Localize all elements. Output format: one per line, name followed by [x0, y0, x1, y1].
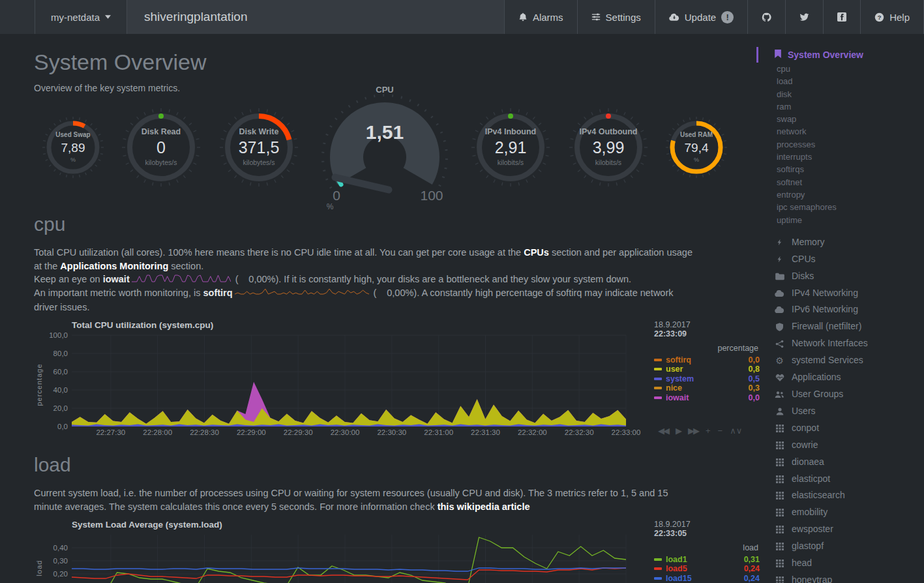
gauge-canvas-ipv4-outbound[interactable]: IPv4 Outbound3,99kilobits/s	[565, 104, 652, 191]
sidebar-item-label: User Groups	[792, 386, 843, 403]
legend-item-load5[interactable]: load50,24	[654, 564, 760, 574]
sidebar-item-label: head	[792, 555, 812, 572]
wikipedia-article-link[interactable]: this wikipedia article	[438, 501, 530, 512]
sidebar-item-network-interfaces[interactable]: Network Interfaces	[756, 335, 924, 352]
gauge-ipv4-outbound[interactable]: IPv4 Outbound3,99kilobits/s	[565, 104, 652, 191]
grid-icon	[774, 560, 785, 567]
sidebar-subitem-processes[interactable]: processes	[756, 138, 924, 151]
my-netdata-menu[interactable]: my-netdata	[35, 0, 127, 34]
sidebar-item-applications[interactable]: Applications	[756, 369, 924, 386]
svg-text:kilobits/s: kilobits/s	[595, 158, 621, 166]
gauge-canvas-disk-read[interactable]: Disk Read0kilobytes/s	[117, 104, 205, 191]
play-button[interactable]: ▶	[676, 426, 681, 436]
sidebar-subitem-ipc-semaphores[interactable]: ipc semaphores	[756, 201, 924, 213]
load-chart-canvas[interactable]: 22:27:3022:28:0022:28:3022:29:0022:29:30…	[44, 531, 648, 583]
sidebar-item-cowrie[interactable]: cowrie	[756, 437, 924, 454]
legend-item-nice[interactable]: nice0,3	[654, 383, 760, 393]
legend-item-user[interactable]: user0,8	[654, 365, 760, 374]
nav-button-github[interactable]	[747, 0, 785, 34]
legend-date: 18.9.2017	[654, 320, 760, 329]
sidebar-item-honeytrap[interactable]: honeytrap	[756, 572, 924, 583]
legend-item-softirq[interactable]: softirq0,0	[654, 355, 760, 365]
sidebar-subitem-ram[interactable]: ram	[756, 100, 924, 113]
sidebar-subitem-uptime[interactable]: uptime	[756, 214, 924, 226]
sidebar-item-users[interactable]: Users	[756, 403, 924, 420]
twitter-icon	[799, 12, 809, 22]
hostname-title[interactable]: shiveringplantation	[127, 0, 264, 34]
gauge-canvas-used-ram[interactable]: Used RAM79,4%	[663, 113, 730, 181]
sidebar-item-firewall-netfilter-[interactable]: Firewall (netfilter)	[756, 318, 924, 335]
sidebar-item-head[interactable]: head	[756, 555, 924, 572]
sidebar-subitem-swap[interactable]: swap	[756, 113, 924, 125]
legend-item-load1[interactable]: load10,31	[654, 554, 760, 564]
sidebar-item-dionaea[interactable]: dionaea	[756, 454, 924, 471]
cpu-gauge-canvas[interactable]: 1,510100%	[313, 92, 456, 211]
svg-text:Disk Write: Disk Write	[239, 127, 279, 136]
sidebar-item-ipv4-networking[interactable]: IPv4 Networking	[756, 285, 924, 302]
sidebar-item-emobility[interactable]: emobility	[756, 504, 924, 521]
sidebar-item-user-groups[interactable]: User Groups	[756, 386, 924, 403]
sidebar-subitem-softirqs[interactable]: softirqs	[756, 163, 924, 175]
cpu-chart-canvas[interactable]: 22:27:3022:28:0022:28:3022:29:0022:29:30…	[44, 331, 648, 438]
gauge-disk-read[interactable]: Disk Read0kilobytes/s	[117, 104, 205, 191]
skip-back-button[interactable]: ◀◀	[658, 426, 668, 436]
sidebar-subitem-disk[interactable]: disk	[756, 88, 924, 100]
legend-item-iowait[interactable]: iowait0,0	[654, 393, 760, 402]
grid-icon	[774, 492, 785, 500]
legend-item-system[interactable]: system0,5	[654, 374, 760, 383]
sidebar-item-systemd-services[interactable]: ⚙systemd Services	[756, 352, 924, 369]
sidebar-item-system-overview[interactable]: System Overview	[756, 47, 924, 63]
sidebar-item-glastopf[interactable]: glastopf	[756, 538, 924, 555]
legend-units: percentage	[654, 344, 758, 353]
legend-name: nice	[666, 383, 749, 393]
gauge-ipv4-inbound[interactable]: IPv4 Inbound2,91kilobits/s	[467, 104, 554, 191]
sidebar-item-elasticpot[interactable]: elasticpot	[756, 471, 924, 488]
sidebar-item-disks[interactable]: Disks	[756, 268, 924, 285]
sidebar-subitem-load[interactable]: load	[756, 75, 924, 87]
text-fragment: Total CPU utilization (all cores). 100% …	[34, 247, 524, 258]
bell-icon	[518, 12, 528, 22]
sidebar-item-cpus[interactable]: CPUs	[756, 251, 924, 268]
nav-button-settings[interactable]: Settings	[577, 0, 655, 34]
sidebar-item-ipv6-networking[interactable]: IPv6 Networking	[756, 301, 924, 318]
load-section-description: Current system load, i.e. the number of …	[34, 486, 756, 513]
svg-text:0,0: 0,0	[57, 423, 68, 430]
bookmark-icon	[774, 50, 782, 60]
sidebar-subitem-softnet[interactable]: softnet	[756, 176, 924, 188]
inline-value: 0,00	[239, 273, 267, 286]
gauge-canvas-used-swap[interactable]: Used Swap7,89%	[39, 113, 107, 181]
nav-button-alarms[interactable]: Alarms	[504, 0, 577, 34]
gauge-used-swap[interactable]: Used Swap7,89%	[39, 113, 107, 181]
sidebar-subitem-cpu[interactable]: cpu	[756, 63, 924, 75]
sidebar-active-label: System Overview	[788, 50, 863, 60]
gauge-canvas-ipv4-inbound[interactable]: IPv4 Inbound2,91kilobits/s	[467, 104, 554, 191]
svg-text:7,89: 7,89	[61, 141, 85, 155]
heartbeat-icon	[774, 374, 785, 381]
sidebar-item-elasticsearch[interactable]: elasticsearch	[756, 487, 924, 504]
nav-button-facebook[interactable]	[823, 0, 860, 34]
gauge-disk-write[interactable]: Disk Write371,5kilobytes/s	[215, 104, 303, 191]
sidebar-item-ewsposter[interactable]: ewsposter	[756, 521, 924, 538]
gauge-cpu[interactable]: CPU1,510100%	[313, 85, 456, 211]
nav-button-help[interactable]: ?Help	[860, 0, 924, 34]
legend-swatch	[654, 577, 662, 580]
sidebar-subitem-interrupts[interactable]: interrupts	[756, 151, 924, 163]
cpus-link[interactable]: CPUs	[524, 247, 549, 258]
gauge-used-ram[interactable]: Used RAM79,4%	[663, 113, 730, 181]
zoom-out-button[interactable]: −	[718, 426, 723, 436]
zoom-in-button[interactable]: +	[706, 426, 711, 436]
applications-monitoring-link[interactable]: Applications Monitoring	[60, 261, 168, 271]
sidebar-item-label: systemd Services	[792, 352, 863, 369]
resize-button[interactable]: ∧∨	[730, 426, 742, 436]
sidebar-item-memory[interactable]: Memory	[756, 234, 924, 251]
sidebar-subitem-network[interactable]: network	[756, 125, 924, 138]
skip-forward-button[interactable]: ▶▶	[688, 426, 698, 436]
nav-button-twitter[interactable]	[785, 0, 823, 34]
sidebar-item-conpot[interactable]: conpot	[756, 420, 924, 437]
sidebar-subitem-entropy[interactable]: entropy	[756, 188, 924, 201]
legend-date: 18.9.2017	[654, 520, 760, 529]
nav-button-update[interactable]: Update!	[655, 0, 747, 34]
legend-item-load15[interactable]: load150,24	[654, 573, 760, 583]
svg-text:kilobytes/s: kilobytes/s	[145, 158, 177, 166]
gauge-canvas-disk-write[interactable]: Disk Write371,5kilobytes/s	[215, 104, 303, 191]
